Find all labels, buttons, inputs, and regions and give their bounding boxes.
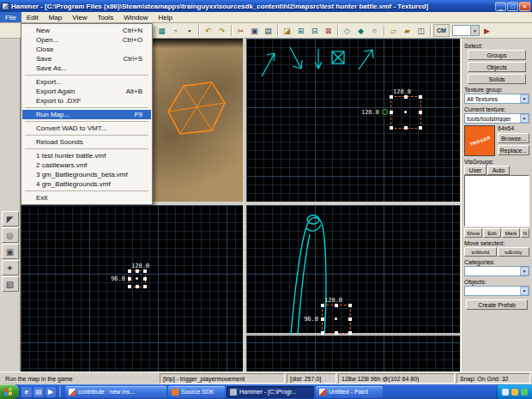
menu-item-exit[interactable]: Exit [22, 193, 151, 203]
cordon-mode-button[interactable]: CM [433, 24, 450, 37]
selection-box[interactable]: 128.0 96.0 [129, 270, 146, 287]
entity-tool-icon[interactable]: ✦ [2, 260, 19, 275]
browse-button[interactable]: Browse... [498, 133, 529, 143]
menu-item-close[interactable]: Close [22, 45, 151, 54]
selection-handle[interactable] [143, 269, 147, 273]
selection-handle[interactable] [390, 111, 393, 114]
viewport-top-2d[interactable]: 128.0 128.0 [246, 39, 460, 202]
selection-handle[interactable] [390, 95, 393, 99]
group-icon[interactable]: ⊞ [294, 24, 307, 37]
selection-handle[interactable] [404, 95, 408, 99]
selection-handle[interactable] [143, 277, 147, 281]
selection-handle[interactable] [419, 111, 422, 114]
selection-handle[interactable] [321, 304, 324, 307]
menu-help[interactable]: Help [154, 12, 178, 22]
menu-file[interactable]: File [0, 12, 21, 22]
menu-item-save[interactable]: SaveCtrl+S [22, 54, 151, 63]
visgroup-edit-button[interactable]: Edit [483, 228, 501, 238]
toolbar-combo[interactable]: ▼ [452, 25, 480, 36]
grid-smaller-icon[interactable]: ▫ [169, 24, 182, 37]
menu-item-save-as[interactable]: Save As... [22, 63, 151, 73]
viewport-splitter-vertical[interactable] [243, 39, 246, 372]
selection-handle[interactable] [128, 277, 131, 281]
tray-icon[interactable] [502, 389, 509, 396]
menu-item-reload-sounds[interactable]: Reload Sounds [22, 137, 151, 147]
menu-item-convert-wad[interactable]: Convert WAD to VMT... [22, 124, 151, 133]
selection-handle[interactable] [390, 126, 393, 130]
taskbar-task-source-sdk[interactable]: Source SDK [168, 386, 225, 398]
selection-handle[interactable] [348, 331, 352, 335]
selection-handle[interactable] [136, 285, 139, 288]
select-touching-icon[interactable]: ▱ [387, 24, 400, 37]
tray-icon[interactable] [511, 389, 518, 396]
move-to-entity-button[interactable]: toEntity [498, 247, 530, 257]
menu-item-recent-4[interactable]: 4 gm_Battlegrounds.vmf [22, 179, 151, 189]
move-to-world-button[interactable]: toWorld [464, 247, 497, 257]
menu-map[interactable]: Map [44, 12, 68, 22]
ignore-groups-icon[interactable]: ⊠ [322, 24, 335, 37]
select-groups-button[interactable]: Groups [468, 50, 526, 60]
selection-handle[interactable] [335, 304, 338, 307]
visgroup-tab-auto[interactable]: Auto [487, 166, 510, 175]
start-button[interactable] [0, 384, 19, 399]
selection-handle[interactable] [419, 126, 422, 130]
menu-item-recent-1[interactable]: 1 test hunter battle.vmf [22, 151, 151, 160]
cut-icon[interactable]: ✂ [234, 24, 247, 37]
selection-handle[interactable] [321, 317, 324, 321]
selection-tool-icon[interactable]: ◤ [2, 211, 19, 227]
toggle-grid-icon[interactable]: ▦ [155, 24, 168, 37]
menu-view[interactable]: View [67, 12, 92, 22]
redo-icon[interactable]: ↷ [215, 24, 228, 37]
menu-edit[interactable]: Edit [21, 12, 44, 22]
menu-item-open[interactable]: Open...Ctrl+O [22, 35, 151, 45]
menu-tools[interactable]: Tools [92, 12, 118, 22]
selection-handle[interactable] [335, 331, 338, 335]
internet-explorer-icon[interactable]: e [21, 387, 32, 397]
visgroup-n-button[interactable]: N [521, 228, 529, 238]
show-all-icon[interactable]: ○ [368, 24, 381, 37]
viewport-splitter-horizontal[interactable] [246, 202, 460, 205]
replace-button[interactable]: Replace... [498, 145, 529, 155]
selection-handle[interactable] [404, 126, 408, 130]
viewport-front-2d[interactable]: 128.0 96.0 [21, 205, 243, 372]
menu-item-export[interactable]: Export... [22, 77, 151, 87]
taskbar-task-hammer[interactable]: Hammer - [C:\Progr... [227, 386, 314, 398]
minimize-button[interactable]: _ [495, 2, 506, 11]
select-objects-button[interactable]: Objects [468, 62, 526, 72]
create-prefab-button[interactable]: Create Prefab [466, 299, 528, 310]
tray-icon[interactable] [521, 389, 528, 396]
maximize-button[interactable]: □ [507, 2, 518, 11]
selection-box[interactable]: 128.0 128.0 [390, 96, 421, 129]
taskbar-task-browser[interactable]: contribute : new ins... [65, 386, 166, 398]
copy-icon[interactable]: ▣ [248, 24, 261, 37]
texture-lock-icon[interactable]: ◫ [414, 24, 427, 37]
current-texture-select[interactable]: tools/toolstrigger ▼ [464, 113, 529, 124]
taskbar-task-paint[interactable]: Untitled - Paint [316, 386, 383, 398]
objects-select[interactable]: ▼ [464, 286, 529, 296]
selection-handle[interactable] [348, 304, 352, 307]
menu-item-export-dxf[interactable]: Export to .DXF [22, 96, 151, 106]
selection-box[interactable]: 128.0 96.0 [322, 305, 351, 334]
selection-handle[interactable] [136, 269, 139, 273]
ungroup-icon[interactable]: ⊟ [308, 24, 321, 37]
menu-item-run-map[interactable]: Run Map...F9 [22, 110, 151, 119]
categories-select[interactable]: ▼ [464, 266, 529, 276]
media-player-icon[interactable]: ▶ [45, 387, 56, 397]
select-inside-icon[interactable]: ▰ [401, 24, 414, 37]
viewport-side-2d[interactable]: 128.0 96.0 [246, 205, 460, 372]
visgroup-show-button[interactable]: Show [464, 228, 482, 238]
close-button[interactable]: ✕ [519, 2, 530, 11]
grid-larger-icon[interactable]: ▪ [183, 24, 196, 37]
visgroup-mark-button[interactable]: Mark [502, 228, 520, 238]
paste-icon[interactable]: ▤ [262, 24, 275, 37]
menu-window[interactable]: Window [118, 12, 153, 22]
hide-selected-icon[interactable]: ◇ [341, 24, 354, 37]
run-map-icon[interactable]: ▶ [481, 24, 493, 37]
undo-icon[interactable]: ↶ [202, 24, 215, 37]
selection-handle[interactable] [419, 95, 422, 99]
visgroups-list[interactable] [464, 175, 529, 227]
visgroup-tab-user[interactable]: User [464, 166, 487, 175]
select-solids-button[interactable]: Solids [468, 74, 526, 84]
selection-handle[interactable] [128, 285, 131, 288]
selection-handle[interactable] [128, 269, 131, 273]
